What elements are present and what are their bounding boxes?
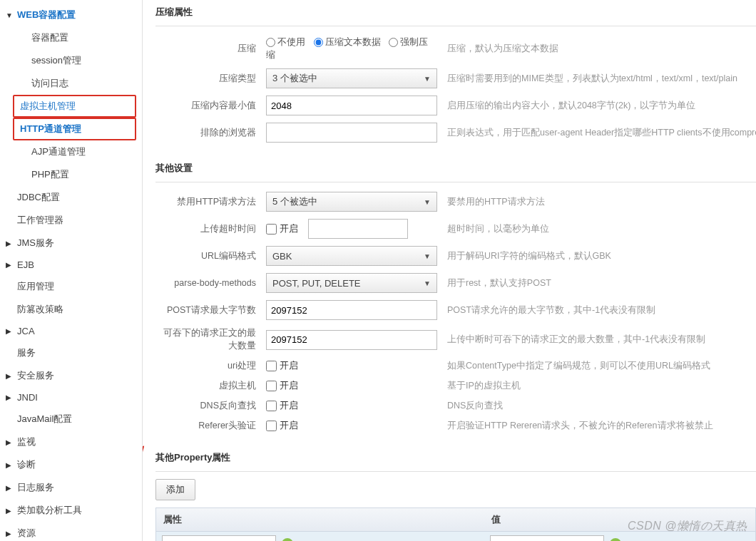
marked-item[interactable]: 虚拟主机管理 bbox=[13, 95, 136, 118]
chevron-down-icon: ▼ bbox=[424, 279, 431, 287]
tree-item[interactable]: 应用管理 bbox=[0, 275, 142, 298]
select-compress-type[interactable]: 3 个被选中▼ bbox=[266, 68, 437, 88]
select-parse[interactable]: POST, PUT, DELETE▼ bbox=[266, 273, 437, 293]
tree-item[interactable]: 日志服务 bbox=[0, 476, 142, 499]
chk-vhost[interactable] bbox=[266, 381, 277, 391]
section-compress-title: 压缩属性 bbox=[155, 0, 756, 26]
label-url: URL编码格式 bbox=[155, 250, 266, 262]
check-icon: ✓ bbox=[282, 538, 293, 541]
tree-item[interactable]: PHP配置 bbox=[0, 163, 142, 186]
hint-url: 用于解码URI字符的编码格式，默认GBK bbox=[437, 250, 756, 262]
input-minsize[interactable] bbox=[266, 96, 437, 115]
tree-item[interactable]: JDBC配置 bbox=[0, 186, 142, 209]
tree-item[interactable]: JMS服务 bbox=[0, 232, 142, 254]
check-icon: ✓ bbox=[610, 538, 621, 541]
hint-parse: 用于rest，默认支持POST bbox=[437, 277, 756, 289]
tree-item[interactable]: 工作管理器 bbox=[0, 209, 142, 232]
chevron-down-icon: ▼ bbox=[424, 252, 431, 260]
tree-item[interactable]: 类加载分析工具 bbox=[0, 499, 142, 522]
section-other-title: 其他设置 bbox=[155, 156, 756, 182]
radio-compress[interactable]: 不使用 压缩文本数据 强制压缩 bbox=[266, 36, 437, 61]
input-exclude[interactable] bbox=[266, 123, 437, 143]
label-postmax: POST请求最大字节数 bbox=[155, 304, 266, 316]
prop-attr-input[interactable] bbox=[162, 535, 276, 541]
tree-item[interactable]: EJB bbox=[0, 254, 142, 275]
tree-item[interactable]: JNDI bbox=[0, 387, 142, 408]
watermark: CSDN @懒惰の天真热 bbox=[628, 519, 747, 534]
add-button[interactable]: 添加 bbox=[155, 479, 195, 500]
tree-item[interactable]: 服务 bbox=[0, 341, 142, 364]
select-disable[interactable]: 5 个被选中▼ bbox=[266, 192, 437, 212]
hint-vhost: 基于IP的虚拟主机 bbox=[437, 380, 756, 392]
label-uri: uri处理 bbox=[155, 360, 266, 372]
tree-item[interactable]: 访问日志 bbox=[0, 72, 142, 95]
tree-item[interactable]: JCA bbox=[0, 321, 142, 341]
chk-upload[interactable] bbox=[266, 224, 277, 235]
main-content: 压缩属性 压缩 不使用 压缩文本数据 强制压缩 压缩，默认为压缩文本数据 压缩类… bbox=[143, 0, 756, 541]
label-compress: 压缩 bbox=[155, 43, 266, 55]
chk-dns[interactable] bbox=[266, 401, 277, 411]
hint-uri: 如果ContentType中指定了编码规范，则可以不使用URL编码格式 bbox=[437, 360, 756, 372]
hint-ctype: 压缩时需要用到的MIME类型，列表默认为text/html，text/xml，t… bbox=[437, 73, 756, 85]
hint-postmax: POST请求允许的最大字节数，其中-1代表没有限制 bbox=[437, 304, 756, 316]
chk-referer[interactable] bbox=[266, 421, 277, 431]
sidebar: WEB容器配置 容器配置session管理访问日志虚拟主机管理HTTP通道管理A… bbox=[0, 0, 143, 541]
hint-upload: 超时时间，以毫秒为单位 bbox=[437, 223, 756, 235]
hint-swallow: 上传中断时可吞下的请求正文的最大数量，其中-1代表没有限制 bbox=[437, 334, 756, 346]
hint-referer: 开启验证HTTP Rereren请求头，不被允许的Referen请求将被禁止 bbox=[437, 420, 756, 432]
tree-item[interactable]: AJP通道管理 bbox=[0, 140, 142, 163]
select-url[interactable]: GBK▼ bbox=[266, 246, 437, 266]
tree-item[interactable]: JavaMail配置 bbox=[0, 408, 142, 431]
tree-item[interactable]: 诊断 bbox=[0, 453, 142, 476]
input-upload-timeout[interactable] bbox=[308, 219, 408, 239]
tree-item[interactable]: 监视 bbox=[0, 431, 142, 453]
hint-dns: DNS反向查找 bbox=[437, 400, 756, 412]
marked-item[interactable]: HTTP通道管理 bbox=[13, 118, 136, 140]
label-swallow: 可吞下的请求正文的最大数量 bbox=[155, 327, 266, 352]
hint-exclude: 正则表达式，用于匹配user-agent Header指定哪些HTTP clie… bbox=[437, 127, 756, 139]
chevron-down-icon: ▼ bbox=[424, 75, 431, 83]
input-swallow[interactable] bbox=[266, 330, 437, 350]
label-dns: DNS反向查找 bbox=[155, 400, 266, 412]
label-exclude: 排除的浏览器 bbox=[155, 127, 266, 139]
tree-item[interactable]: 容器配置 bbox=[0, 26, 142, 49]
hint-disable: 要禁用的HTTP请求方法 bbox=[437, 196, 756, 208]
label-vhost: 虚拟主机 bbox=[155, 380, 266, 392]
chk-uri[interactable] bbox=[266, 361, 277, 371]
hint-compress: 压缩，默认为压缩文本数据 bbox=[437, 43, 756, 55]
label-upload: 上传超时时间 bbox=[155, 223, 266, 235]
tree-item[interactable]: session管理 bbox=[0, 49, 142, 72]
tree-item[interactable]: 防篡改策略 bbox=[0, 298, 142, 321]
hint-minsize: 启用压缩的输出内容大小，默认2048字节(2k)，以字节为单位 bbox=[437, 100, 756, 112]
label-ctype: 压缩类型 bbox=[155, 73, 266, 85]
label-disable: 禁用HTTP请求方法 bbox=[155, 196, 266, 208]
label-parse: parse-body-methods bbox=[155, 278, 266, 288]
tree-item[interactable]: 资源 bbox=[0, 522, 142, 541]
col-header-attr: 属性 bbox=[156, 508, 484, 531]
tree-item[interactable]: 安全服务 bbox=[0, 364, 142, 387]
input-postmax[interactable] bbox=[266, 300, 437, 320]
chevron-down-icon: ▼ bbox=[424, 198, 431, 206]
tree-root[interactable]: WEB容器配置 bbox=[0, 4, 142, 26]
label-referer: Referer头验证 bbox=[155, 420, 266, 432]
label-minsize: 压缩内容最小值 bbox=[155, 100, 266, 112]
section-props-title: 其他Property属性 bbox=[155, 445, 756, 472]
prop-val-input[interactable] bbox=[490, 535, 604, 541]
